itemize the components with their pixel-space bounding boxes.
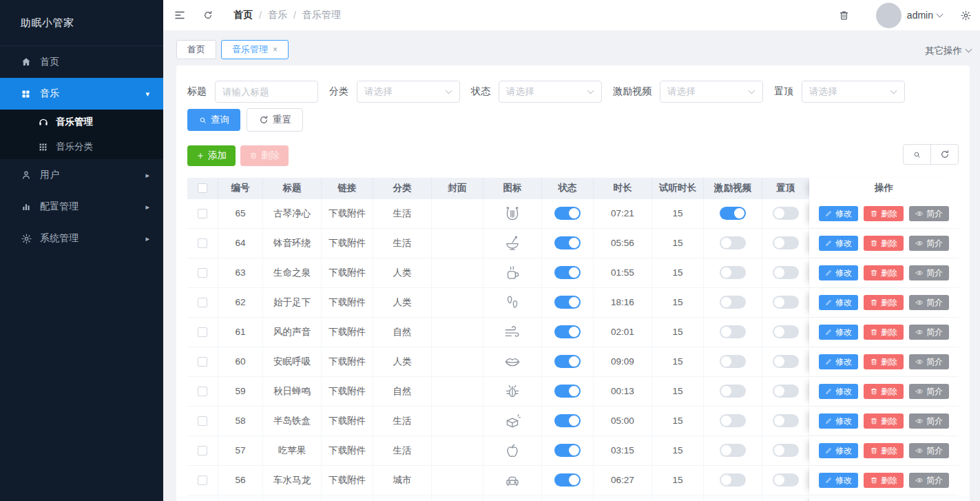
status-toggle[interactable] [554, 385, 581, 398]
status-toggle[interactable] [554, 444, 581, 457]
download-attachment-link[interactable]: 下载附件 [329, 385, 366, 398]
tab-音乐管理[interactable]: 音乐管理× [221, 40, 289, 59]
row-checkbox[interactable] [198, 476, 207, 485]
status-toggle[interactable] [554, 266, 581, 279]
filter-select-category[interactable]: 请选择 [357, 81, 460, 103]
download-attachment-link[interactable]: 下载附件 [329, 474, 366, 487]
row-checkbox[interactable] [198, 357, 207, 367]
close-icon[interactable]: × [273, 45, 278, 54]
top-toggle[interactable] [773, 473, 799, 487]
more-actions-dropdown[interactable]: 其它操作 [925, 45, 971, 57]
reward-video-toggle[interactable] [720, 385, 746, 398]
row-intro-button[interactable]: 简介 [909, 384, 949, 399]
download-attachment-link[interactable]: 下载附件 [329, 444, 366, 457]
row-delete-button[interactable]: 删除 [864, 413, 904, 429]
row-edit-button[interactable]: 修改 [819, 325, 858, 340]
reward-video-toggle[interactable] [720, 296, 746, 309]
row-checkbox[interactable] [198, 268, 207, 278]
row-intro-button[interactable]: 简介 [909, 443, 949, 458]
status-toggle[interactable] [554, 473, 581, 487]
row-checkbox[interactable] [198, 387, 207, 396]
download-attachment-link[interactable]: 下载附件 [329, 326, 366, 338]
download-attachment-link[interactable]: 下载附件 [329, 237, 366, 249]
row-intro-button[interactable]: 简介 [909, 413, 949, 429]
row-checkbox[interactable] [198, 416, 207, 426]
download-attachment-link[interactable]: 下载附件 [329, 356, 366, 368]
row-checkbox[interactable] [198, 209, 207, 218]
reward-video-toggle[interactable] [720, 325, 746, 338]
settings-gear-icon[interactable] [960, 10, 972, 21]
username-menu[interactable]: admin [907, 10, 933, 21]
top-toggle[interactable] [773, 444, 799, 457]
row-checkbox[interactable] [198, 298, 207, 307]
top-toggle[interactable] [773, 296, 799, 309]
status-toggle[interactable] [554, 236, 581, 249]
breadcrumb-item[interactable]: 首页 [233, 9, 253, 21]
row-edit-button[interactable]: 修改 [819, 236, 858, 251]
row-edit-button[interactable]: 修改 [819, 384, 858, 399]
row-intro-button[interactable]: 简介 [909, 295, 949, 310]
download-attachment-link[interactable]: 下载附件 [329, 415, 366, 427]
delete-button[interactable]: 删除 [240, 145, 289, 166]
row-edit-button[interactable]: 修改 [819, 295, 858, 310]
query-button[interactable]: 查询 [187, 109, 240, 131]
row-delete-button[interactable]: 删除 [864, 443, 904, 458]
download-attachment-link[interactable]: 下载附件 [329, 267, 366, 279]
filter-input-title[interactable] [215, 81, 318, 103]
row-edit-button[interactable]: 修改 [819, 354, 858, 369]
row-edit-button[interactable]: 修改 [819, 413, 858, 429]
row-delete-button[interactable]: 删除 [864, 295, 904, 310]
row-delete-button[interactable]: 删除 [864, 473, 904, 488]
row-intro-button[interactable]: 简介 [909, 206, 949, 221]
row-delete-button[interactable]: 删除 [864, 236, 904, 251]
sidebar-item-system[interactable]: 系统管理▸ [0, 223, 163, 254]
top-toggle[interactable] [773, 355, 799, 368]
status-toggle[interactable] [554, 325, 581, 338]
reward-video-toggle[interactable] [720, 444, 746, 457]
status-toggle[interactable] [554, 207, 581, 220]
tab-首页[interactable]: 首页 [176, 40, 216, 59]
top-toggle[interactable] [773, 325, 799, 338]
row-edit-button[interactable]: 修改 [819, 206, 858, 221]
reward-video-toggle[interactable] [720, 355, 746, 368]
reward-video-toggle[interactable] [720, 473, 746, 487]
sidebar-item-home[interactable]: 首页 [0, 46, 163, 78]
top-toggle[interactable] [773, 385, 799, 398]
title-input[interactable] [222, 87, 311, 97]
sidebar-item-music[interactable]: 音乐▾ [0, 78, 163, 110]
top-toggle[interactable] [773, 207, 799, 220]
sidebar-item-music-manage[interactable]: 音乐管理 [0, 110, 163, 134]
breadcrumb-item[interactable]: 音乐管理 [302, 9, 341, 21]
breadcrumb-item[interactable]: 音乐 [268, 9, 287, 21]
row-edit-button[interactable]: 修改 [819, 265, 858, 280]
row-intro-button[interactable]: 简介 [909, 236, 949, 251]
status-toggle[interactable] [554, 296, 581, 309]
download-attachment-link[interactable]: 下载附件 [329, 296, 366, 309]
table-refresh-button[interactable] [930, 144, 959, 165]
download-attachment-link[interactable]: 下载附件 [329, 207, 366, 220]
row-delete-button[interactable]: 删除 [864, 354, 904, 369]
sidebar-item-config[interactable]: 配置管理▸ [0, 191, 163, 223]
row-checkbox[interactable] [198, 327, 207, 337]
row-edit-button[interactable]: 修改 [819, 443, 858, 458]
sidebar-item-user[interactable]: 用户▸ [0, 159, 163, 191]
filter-select-reward-video[interactable]: 请选择 [660, 81, 763, 103]
top-toggle[interactable] [773, 266, 799, 279]
reset-button[interactable]: 重置 [247, 108, 303, 132]
table-search-button[interactable] [903, 144, 931, 165]
reward-video-toggle[interactable] [720, 266, 746, 279]
row-intro-button[interactable]: 简介 [909, 325, 949, 340]
reward-video-toggle[interactable] [720, 414, 746, 427]
sidebar-item-music-category[interactable]: 音乐分类 [0, 134, 163, 159]
reward-video-toggle[interactable] [720, 236, 746, 249]
row-delete-button[interactable]: 删除 [864, 206, 904, 221]
top-toggle[interactable] [773, 414, 799, 427]
reward-video-toggle[interactable] [720, 207, 746, 220]
filter-select-top[interactable]: 请选择 [802, 81, 905, 103]
status-toggle[interactable] [554, 414, 581, 427]
row-intro-button[interactable]: 简介 [909, 473, 949, 488]
row-intro-button[interactable]: 简介 [909, 354, 949, 369]
row-delete-button[interactable]: 删除 [864, 265, 904, 280]
row-checkbox[interactable] [198, 238, 207, 248]
collapse-sidebar-icon[interactable] [174, 9, 186, 21]
